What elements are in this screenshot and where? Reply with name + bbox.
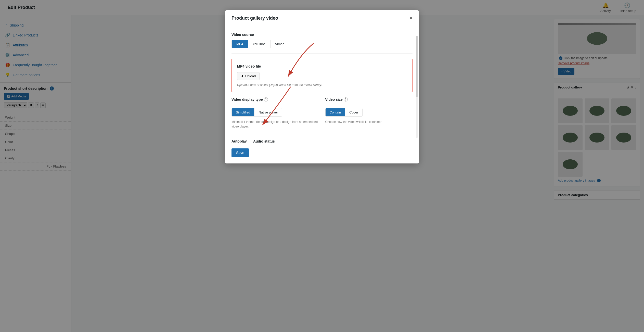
audio-status-label: Audio status [253, 139, 275, 143]
mp4-upload-section: MP4 video file ⬇ Upload Upload a new or … [231, 59, 413, 92]
modal-scrollbar[interactable] [416, 36, 418, 138]
upload-hint: Upload a new or select (.mp4) video file… [237, 83, 407, 87]
toggle-simplified[interactable]: Simplified [232, 108, 254, 116]
tab-youtube[interactable]: YouTube [248, 40, 271, 48]
mp4-section-title: MP4 video file [237, 64, 407, 68]
modal-title: Product gallery video [231, 16, 278, 21]
divider [231, 53, 413, 54]
modal-backdrop: Product gallery video × Video source MP4… [0, 0, 644, 332]
upload-button[interactable]: ⬇ Upload [237, 72, 260, 80]
video-display-label: Video display type [231, 97, 263, 101]
video-size-label: Video size [325, 97, 343, 101]
col-divider [231, 104, 319, 104]
toggle-native-player[interactable]: Native player [254, 108, 282, 116]
two-column-section: Video display type ? Simplified Native p… [231, 97, 413, 129]
video-size-toggle-group: Contain Cover [325, 108, 363, 117]
toggle-cover[interactable]: Cover [345, 108, 362, 116]
video-size-description: Choose how the video will fill its conta… [325, 120, 413, 124]
video-display-toggle-group: Simplified Native player [231, 108, 282, 117]
video-source-label: Video source [231, 33, 413, 37]
col-divider [325, 104, 413, 104]
modal-scroll-thumb [416, 36, 418, 97]
autoplay-label: Autoplay [231, 139, 247, 143]
divider [231, 134, 413, 134]
video-size-help-icon[interactable]: ? [344, 97, 348, 101]
upload-icon: ⬇ [241, 74, 244, 78]
modal-close-button[interactable]: × [409, 15, 413, 21]
video-source-tab-group: MP4 YouTube Vimeo [231, 40, 289, 48]
modal-header: Product gallery video × [225, 10, 419, 26]
modal-product-gallery-video: Product gallery video × Video source MP4… [225, 10, 419, 163]
save-button[interactable]: Save [231, 148, 249, 157]
autoplay-section: Autoplay [231, 139, 247, 143]
tab-vimeo[interactable]: Vimeo [271, 40, 289, 48]
modal-body: Video source MP4 YouTube Vimeo MP4 video… [225, 26, 419, 163]
video-display-help-icon[interactable]: ? [264, 97, 268, 101]
video-display-section: Video display type ? Simplified Native p… [231, 97, 319, 129]
tab-mp4[interactable]: MP4 [232, 40, 248, 48]
toggle-contain[interactable]: Contain [326, 108, 345, 116]
video-size-section: Video size ? Contain Cover Choose how th… [325, 97, 413, 129]
audio-status-section: Audio status [253, 139, 275, 143]
video-display-description: Minimalist theme-friendly design or a de… [231, 120, 319, 129]
